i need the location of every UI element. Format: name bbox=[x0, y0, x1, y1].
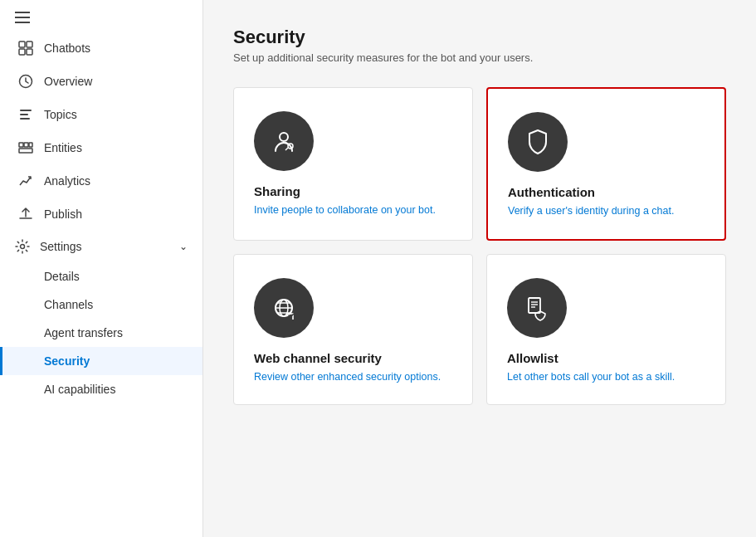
svg-rect-7 bbox=[20, 118, 30, 120]
card-web-channel-security[interactable]: Web channel security Review other enhanc… bbox=[233, 254, 473, 406]
sidebar-sub-item-channels[interactable]: Channels bbox=[0, 290, 202, 319]
sidebar-item-topics-label: Topics bbox=[44, 108, 77, 121]
card-authentication[interactable]: Authentication Verify a user's identity … bbox=[486, 87, 726, 241]
web-channel-security-card-title: Web channel security bbox=[254, 351, 452, 365]
authentication-card-title: Authentication bbox=[508, 185, 705, 199]
sidebar-item-publish-label: Publish bbox=[44, 207, 82, 221]
svg-rect-2 bbox=[19, 49, 25, 55]
sidebar-sub-item-channels-label: Channels bbox=[44, 298, 93, 311]
card-allowlist[interactable]: Allowlist Let other bots call your bot a… bbox=[486, 254, 726, 406]
allowlist-card-title: Allowlist bbox=[507, 351, 705, 365]
sidebar-sub-item-details[interactable]: Details bbox=[0, 262, 202, 290]
svg-line-16 bbox=[285, 148, 288, 150]
security-cards-grid: Sharing Invite people to collaborate on … bbox=[233, 87, 726, 405]
sidebar-item-entities-label: Entities bbox=[44, 141, 82, 154]
settings-collapse-icon: ⌄ bbox=[179, 241, 188, 252]
allowlist-icon-circle bbox=[507, 278, 567, 338]
svg-rect-22 bbox=[529, 298, 540, 313]
svg-rect-3 bbox=[27, 49, 32, 55]
allowlist-card-desc: Let other bots call your bot as a skill. bbox=[507, 370, 705, 385]
chatbots-icon bbox=[17, 40, 34, 56]
sidebar-item-overview[interactable]: Overview bbox=[0, 65, 202, 98]
hamburger-button[interactable] bbox=[0, 0, 202, 32]
topics-icon bbox=[17, 106, 34, 123]
sharing-icon-circle bbox=[254, 111, 314, 171]
settings-icon bbox=[15, 239, 30, 254]
sidebar-item-analytics-label: Analytics bbox=[44, 174, 90, 188]
svg-rect-0 bbox=[19, 41, 25, 47]
sidebar-sub-item-security-label: Security bbox=[44, 354, 90, 368]
authentication-card-desc: Verify a user's identity during a chat. bbox=[508, 204, 705, 219]
svg-point-12 bbox=[21, 245, 25, 249]
svg-rect-10 bbox=[29, 143, 32, 147]
sidebar-sub-item-security[interactable]: Security bbox=[0, 347, 202, 375]
sidebar-item-analytics[interactable]: Analytics bbox=[0, 164, 202, 198]
sidebar-item-publish[interactable]: Publish bbox=[0, 198, 202, 231]
web-channel-security-card-desc: Review other enhanced security options. bbox=[254, 370, 452, 385]
sidebar-item-topics[interactable]: Topics bbox=[0, 98, 202, 131]
svg-rect-11 bbox=[19, 149, 32, 153]
sidebar: Chatbots Overview Topics bbox=[0, 0, 203, 537]
page-subtitle: Set up additional security measures for … bbox=[233, 51, 726, 64]
sidebar-item-overview-label: Overview bbox=[44, 75, 92, 88]
sidebar-settings-label: Settings bbox=[40, 240, 82, 253]
svg-rect-8 bbox=[19, 143, 23, 147]
authentication-icon-circle bbox=[508, 112, 568, 172]
web-channel-security-icon-circle bbox=[254, 278, 314, 338]
sidebar-item-chatbots[interactable]: Chatbots bbox=[0, 32, 202, 65]
sidebar-item-settings[interactable]: Settings ⌄ bbox=[0, 231, 202, 262]
hamburger-icon bbox=[15, 12, 188, 23]
sidebar-sub-item-ai-capabilities[interactable]: AI capabilities bbox=[0, 375, 202, 403]
svg-rect-1 bbox=[27, 41, 32, 47]
svg-rect-9 bbox=[24, 143, 28, 147]
entities-icon bbox=[17, 139, 34, 156]
settings-sub-items: Details Channels Agent transfers Securit… bbox=[0, 262, 202, 403]
sidebar-sub-item-ai-capabilities-label: AI capabilities bbox=[44, 383, 115, 396]
sidebar-item-chatbots-label: Chatbots bbox=[44, 41, 90, 55]
sidebar-sub-item-agent-transfers[interactable]: Agent transfers bbox=[0, 319, 202, 347]
sharing-card-desc: Invite people to collaborate on your bot… bbox=[254, 203, 452, 218]
sharing-card-title: Sharing bbox=[254, 184, 452, 198]
sidebar-sub-item-agent-transfers-label: Agent transfers bbox=[44, 326, 123, 339]
publish-icon bbox=[17, 206, 34, 222]
svg-rect-6 bbox=[20, 114, 28, 115]
analytics-icon bbox=[17, 173, 34, 189]
sidebar-sub-item-details-label: Details bbox=[44, 270, 80, 283]
card-sharing[interactable]: Sharing Invite people to collaborate on … bbox=[233, 87, 473, 241]
svg-rect-5 bbox=[20, 110, 32, 111]
main-content: Security Set up additional security meas… bbox=[203, 0, 756, 537]
sidebar-item-entities[interactable]: Entities bbox=[0, 131, 202, 164]
svg-line-15 bbox=[285, 142, 288, 144]
page-title: Security bbox=[233, 27, 726, 48]
svg-point-13 bbox=[280, 133, 288, 141]
overview-icon bbox=[17, 73, 34, 90]
